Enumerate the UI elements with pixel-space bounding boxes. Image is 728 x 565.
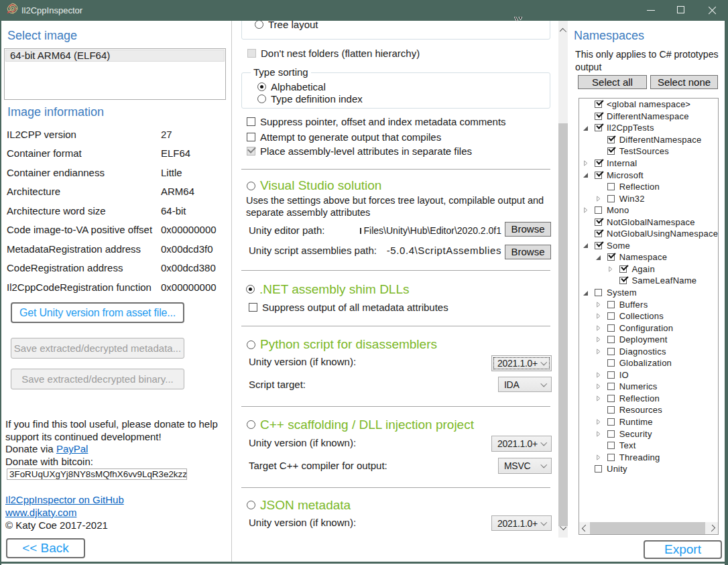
- tree-expander[interactable]: [607, 265, 615, 273]
- image-listbox[interactable]: 64-bit ARM64 (ELF64): [4, 48, 226, 100]
- tree-expander[interactable]: [595, 383, 603, 391]
- tree-expander[interactable]: [595, 359, 603, 367]
- tree-expander[interactable]: [595, 147, 603, 155]
- tree-row[interactable]: Mono: [579, 204, 718, 216]
- suppress-pointer-checkbox[interactable]: [247, 117, 255, 126]
- tree-expander[interactable]: [595, 253, 603, 261]
- scroll-up-icon[interactable]: [560, 28, 566, 35]
- python-script-radio[interactable]: [247, 340, 255, 349]
- tree-checkbox[interactable]: [607, 324, 615, 332]
- tree-row[interactable]: Namespace: [579, 251, 718, 263]
- get-unity-version-button[interactable]: Get Unity version from asset file...: [11, 302, 184, 323]
- cpp-project-radio[interactable]: [247, 420, 255, 429]
- shim-dlls-radio[interactable]: [246, 285, 255, 294]
- paypal-link[interactable]: PayPal: [56, 443, 88, 454]
- tree-expander[interactable]: [582, 218, 590, 226]
- titlebar[interactable]: Il2CppInspector: [0, 0, 728, 21]
- tree-row[interactable]: Internal: [579, 158, 718, 170]
- tree-row[interactable]: Microsoft: [579, 169, 718, 181]
- maximize-button[interactable]: [674, 0, 688, 21]
- save-binary-button[interactable]: Save extracted/decrypted binary...: [11, 369, 184, 389]
- tree-checkbox[interactable]: [595, 124, 602, 131]
- tree-expander[interactable]: [595, 324, 603, 332]
- assembly-attributes-row[interactable]: Place assembly-level attributes in separ…: [247, 146, 472, 157]
- suppress-metadata-checkbox[interactable]: [249, 303, 257, 312]
- tree-row[interactable]: Resources: [579, 404, 718, 416]
- flatten-checkbox[interactable]: [247, 49, 256, 58]
- tree-row[interactable]: Deployment: [579, 334, 718, 346]
- tree-row[interactable]: System: [579, 287, 718, 299]
- tree-scrollbar-thumb[interactable]: [590, 522, 705, 534]
- tree-layout-radio-row[interactable]: Tree layout: [255, 21, 318, 29]
- tree-expander[interactable]: [582, 160, 590, 168]
- tree-row[interactable]: NotGlobalNamespace: [579, 216, 718, 228]
- tree-expander[interactable]: [595, 418, 603, 426]
- tree-expander[interactable]: [595, 194, 603, 202]
- tree-row[interactable]: Reflection: [579, 393, 718, 405]
- tree-checkbox[interactable]: [607, 359, 615, 367]
- namespaces-tree[interactable]: <global namespace> DifferentNamespace Il…: [579, 98, 719, 535]
- cpp-unity-version-combobox[interactable]: 2021.1.0+: [491, 436, 552, 452]
- scroll-right-icon[interactable]: [709, 525, 715, 531]
- assembly-attributes-checkbox[interactable]: [247, 147, 255, 155]
- tree-row[interactable]: Unity: [579, 463, 718, 475]
- tree-checkbox[interactable]: [595, 206, 602, 214]
- shim-dlls-heading-row[interactable]: .NET assembly shim DLLs: [246, 284, 410, 296]
- tree-checkbox[interactable]: [607, 348, 615, 355]
- type-definition-radio-row[interactable]: Type definition index: [257, 93, 363, 104]
- tree-checkbox[interactable]: [595, 465, 602, 473]
- options-scrollbar[interactable]: [558, 21, 568, 538]
- alphabetical-radio-row[interactable]: Alphabetical: [257, 81, 326, 92]
- tree-row[interactable]: Win32: [579, 192, 718, 204]
- tree-row[interactable]: DifferentNamespace: [579, 134, 718, 146]
- unity-editor-path-input[interactable]: Files\Unity\Hub\Editor\2020.2.0f1: [359, 225, 501, 236]
- tree-row[interactable]: Il2CppTests: [579, 122, 718, 134]
- tree-row[interactable]: IO: [579, 369, 718, 381]
- tree-expander[interactable]: [582, 230, 590, 238]
- tree-expander[interactable]: [582, 289, 590, 297]
- attempt-compile-row[interactable]: Attempt to generate output that compiles: [247, 132, 441, 143]
- tree-checkbox[interactable]: [595, 113, 602, 120]
- cpp-project-heading-row[interactable]: C++ scaffolding / DLL injection project: [247, 419, 474, 431]
- tree-checkbox[interactable]: [607, 136, 615, 143]
- tree-row[interactable]: Threading: [579, 451, 718, 463]
- tree-expander[interactable]: [595, 406, 603, 414]
- back-button[interactable]: << Back: [6, 538, 85, 558]
- image-list-item[interactable]: 64-bit ARM64 (ELF64): [5, 50, 225, 62]
- unity-assemblies-path-input[interactable]: -5.0.4\ScriptAssemblies: [359, 245, 501, 256]
- tree-expander[interactable]: [582, 124, 590, 132]
- json-metadata-heading-row[interactable]: JSON metadata: [247, 499, 351, 511]
- tree-checkbox[interactable]: [607, 301, 615, 308]
- tree-checkbox[interactable]: [619, 277, 627, 284]
- attempt-compile-checkbox[interactable]: [247, 133, 255, 141]
- bitcoin-address-input[interactable]: [7, 468, 187, 480]
- tree-expander[interactable]: [595, 394, 603, 402]
- browse-assemblies-path-button[interactable]: Browse: [505, 245, 551, 259]
- tree-checkbox[interactable]: [607, 195, 615, 202]
- alphabetical-radio[interactable]: [257, 82, 266, 91]
- tree-checkbox[interactable]: [607, 418, 615, 426]
- script-target-combobox[interactable]: IDA: [498, 377, 552, 392]
- tree-expander[interactable]: [595, 183, 603, 191]
- visual-studio-heading-row[interactable]: Visual Studio solution: [247, 180, 381, 192]
- tree-checkbox[interactable]: [607, 442, 615, 449]
- tree-checkbox[interactable]: [607, 371, 615, 379]
- tree-expander[interactable]: [582, 112, 590, 120]
- tree-row[interactable]: Globalization: [579, 357, 718, 369]
- tree-row[interactable]: Buffers: [579, 298, 718, 310]
- tree-checkbox[interactable]: [595, 230, 602, 237]
- tree-expander[interactable]: [582, 206, 590, 214]
- suppress-pointer-row[interactable]: Suppress pointer, offset and index metad…: [247, 117, 506, 127]
- export-button[interactable]: Export: [644, 540, 722, 559]
- tree-checkbox[interactable]: [595, 242, 602, 249]
- tree-row[interactable]: Configuration: [579, 322, 718, 334]
- tree-checkbox[interactable]: [619, 265, 627, 273]
- tree-checkbox[interactable]: [607, 183, 615, 190]
- tree-checkbox[interactable]: [607, 312, 615, 320]
- tree-horizontal-scrollbar[interactable]: [579, 522, 718, 534]
- tree-row[interactable]: Collections: [579, 310, 718, 322]
- tree-row[interactable]: SameLeafName: [579, 275, 718, 287]
- minimize-button[interactable]: [644, 0, 658, 21]
- tree-expander[interactable]: [582, 171, 590, 179]
- tree-checkbox[interactable]: [595, 289, 602, 296]
